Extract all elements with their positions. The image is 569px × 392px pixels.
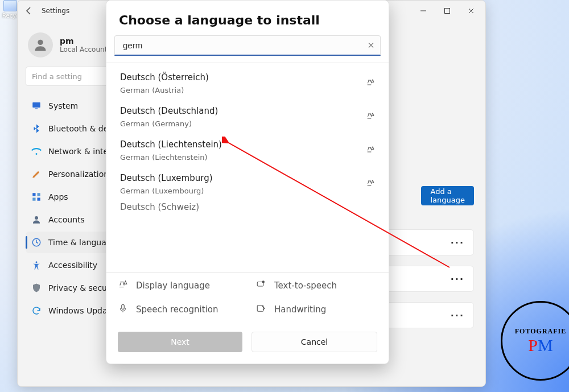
svg-rect-2	[32, 102, 40, 108]
profile-name: pm	[60, 36, 107, 46]
language-option[interactable]: Deutsch (Deutschland) German (Germany)	[111, 100, 384, 134]
sidebar-item-label: Accounts	[48, 215, 85, 224]
language-option[interactable]: Deutsch (Liechtenstein) German (Liechten…	[111, 134, 384, 167]
language-search-input[interactable]	[122, 40, 361, 51]
svg-rect-0	[445, 9, 450, 14]
shield-icon	[31, 283, 42, 293]
display-language-icon	[118, 279, 128, 292]
sidebar-item-label: Personalization	[48, 170, 109, 179]
bluetooth-icon	[31, 123, 42, 134]
legend-tts: Text-to-speech	[256, 279, 377, 292]
sidebar-item-label: Accessibility	[48, 261, 97, 270]
more-icon[interactable]: ···	[451, 237, 464, 248]
avatar	[28, 32, 53, 57]
svg-rect-7	[38, 198, 40, 201]
svg-rect-4	[32, 193, 35, 196]
find-setting-placeholder: Find a setting	[32, 72, 82, 81]
svg-point-12	[262, 280, 265, 283]
svg-point-8	[35, 216, 38, 220]
apps-icon	[31, 192, 42, 202]
profile-type: Local Account	[60, 46, 107, 53]
sidebar-item-label: System	[48, 101, 78, 110]
accessibility-icon	[31, 260, 42, 270]
cancel-button[interactable]: Cancel	[251, 332, 377, 352]
language-option[interactable]: Deutsch (Österreich) German (Austria)	[111, 67, 384, 100]
language-native-name: Deutsch (Österreich)	[120, 72, 360, 82]
legend-display-language: Display language	[118, 279, 239, 292]
language-native-name: Deutsch (Liechtenstein)	[120, 139, 360, 150]
recycle-bin-icon[interactable]: Recycle	[2, 0, 18, 19]
handwriting-icon	[256, 303, 266, 316]
legend-handwriting: Handwriting	[256, 303, 377, 316]
clear-search-icon[interactable]	[368, 40, 374, 51]
back-button[interactable]	[22, 4, 36, 18]
legend-speech: Speech recognition	[118, 303, 239, 316]
recycle-bin-glyph	[3, 0, 17, 11]
add-language-label: Add a language	[430, 187, 465, 204]
dialog-buttons: Next Cancel	[106, 316, 389, 364]
accounts-icon	[31, 214, 42, 225]
update-icon	[31, 306, 42, 316]
recycle-bin-label: Recycle	[2, 13, 18, 19]
display-language-icon	[366, 179, 375, 190]
add-language-button[interactable]: Add a language	[421, 186, 474, 205]
watermark-text: FOTOGRAFIE	[515, 327, 566, 336]
microphone-icon	[118, 303, 128, 316]
language-english-name: German (Liechtenstein)	[120, 153, 360, 162]
window-maximize-button[interactable]	[438, 3, 457, 18]
wifi-icon	[31, 146, 42, 156]
display-language-icon	[366, 78, 375, 89]
clock-globe-icon	[31, 237, 42, 247]
svg-rect-6	[32, 198, 35, 201]
choose-language-dialog: Choose a language to install Deutsch (Ös…	[106, 0, 389, 364]
language-native-name: Deutsch (Deutschland)	[120, 106, 360, 116]
language-search-field[interactable]	[114, 35, 381, 56]
feature-legend: Display language Text-to-speech Speech r…	[106, 272, 389, 316]
language-native-name: Deutsch (Luxemburg)	[120, 173, 360, 183]
window-close-button[interactable]	[461, 3, 481, 18]
display-language-icon	[366, 112, 375, 123]
dialog-title: Choose a language to install	[119, 13, 376, 27]
display-language-icon	[366, 145, 375, 156]
brush-icon	[31, 169, 42, 179]
svg-rect-13	[122, 304, 125, 309]
more-icon[interactable]: ···	[451, 310, 464, 321]
language-english-name: German (Germany)	[120, 119, 360, 128]
language-option[interactable]: Deutsch (Luxemburg) German (Luxembourg)	[111, 167, 384, 201]
next-button[interactable]: Next	[118, 332, 242, 352]
language-english-name: German (Luxembourg)	[120, 187, 360, 195]
svg-point-10	[36, 261, 38, 263]
window-title: Settings	[42, 7, 69, 15]
sidebar-item-label: Windows Update	[48, 306, 116, 315]
sidebar-item-label: Apps	[48, 192, 68, 201]
language-results-list[interactable]: Deutsch (Österreich) German (Austria) De…	[106, 63, 389, 272]
language-english-name: German (Austria)	[120, 86, 360, 94]
svg-point-1	[38, 40, 43, 45]
more-icon[interactable]: ···	[451, 274, 464, 284]
tts-icon	[256, 279, 266, 292]
svg-rect-5	[38, 193, 40, 196]
language-option-partial[interactable]: Deutsch (Schweiz)	[111, 201, 384, 216]
monitor-icon	[31, 101, 42, 111]
svg-rect-3	[35, 109, 38, 110]
language-native-name: Deutsch (Schweiz)	[120, 202, 199, 212]
window-minimize-button[interactable]	[414, 3, 433, 18]
